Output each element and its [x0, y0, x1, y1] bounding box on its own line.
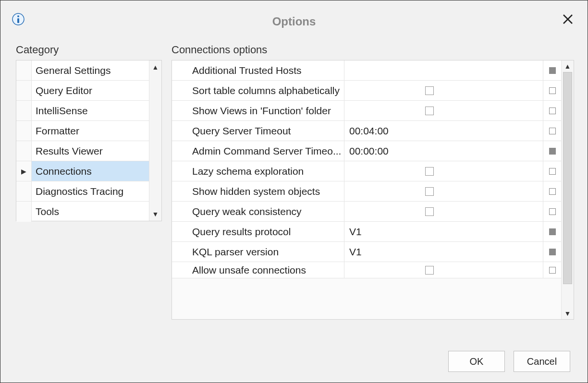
option-value-cell[interactable]: [344, 202, 543, 221]
reset-indicator[interactable]: [543, 222, 561, 241]
option-name: Show hidden system objects: [172, 181, 344, 201]
square-icon: [549, 67, 556, 74]
square-icon: [549, 168, 556, 175]
option-value-cell[interactable]: [344, 81, 543, 100]
dialog-title: Options: [0, 15, 588, 28]
close-button[interactable]: [563, 13, 573, 25]
close-icon: [563, 14, 573, 24]
option-row[interactable]: Lazy schema exploration: [172, 161, 561, 181]
category-item[interactable]: Results Viewer: [16, 141, 161, 161]
option-row[interactable]: Query Server Timeout00:04:00: [172, 121, 561, 141]
option-row[interactable]: KQL parser versionV1: [172, 242, 561, 262]
reset-indicator[interactable]: [543, 181, 561, 201]
option-name: Additional Trusted Hosts: [172, 60, 344, 80]
checkbox[interactable]: [425, 86, 434, 95]
description-panel: [172, 278, 561, 319]
reset-indicator[interactable]: [543, 121, 561, 141]
scrollbar-thumb[interactable]: [563, 72, 572, 284]
row-indicator-icon: ▶: [16, 161, 32, 181]
square-icon: [549, 148, 556, 155]
option-name: Allow unsafe connections: [172, 262, 344, 278]
ok-button[interactable]: OK: [448, 351, 505, 372]
option-value: 00:00:00: [349, 145, 389, 157]
option-value-cell[interactable]: [344, 161, 543, 181]
option-value-cell[interactable]: [344, 262, 543, 278]
category-label: Query Editor: [32, 85, 161, 96]
option-row[interactable]: Show hidden system objects: [172, 181, 561, 202]
option-value-cell[interactable]: V1: [344, 222, 543, 241]
option-value-cell[interactable]: [344, 101, 543, 120]
category-item[interactable]: ▶Connections: [16, 161, 161, 181]
checkbox[interactable]: [425, 187, 434, 196]
category-list: General SettingsQuery EditorIntelliSense…: [16, 60, 162, 221]
reset-indicator[interactable]: [543, 242, 561, 262]
option-row[interactable]: Show Views in 'Function' folder: [172, 101, 561, 121]
reset-indicator[interactable]: [543, 81, 561, 100]
square-icon: [549, 208, 556, 215]
category-item[interactable]: Query Editor: [16, 81, 161, 101]
option-value: V1: [349, 246, 362, 258]
checkbox[interactable]: [425, 107, 434, 115]
reset-indicator[interactable]: [543, 202, 561, 221]
square-icon: [549, 108, 556, 114]
option-row[interactable]: Query results protocolV1: [172, 222, 561, 242]
category-item[interactable]: Tools: [16, 202, 161, 222]
scroll-up-icon[interactable]: ▲: [152, 60, 159, 74]
category-item[interactable]: Diagnostics Tracing: [16, 181, 161, 202]
option-value-cell[interactable]: 00:00:00: [344, 141, 543, 161]
dialog-buttons: OK Cancel: [448, 351, 570, 372]
square-icon: [549, 228, 556, 235]
category-heading: Category: [16, 44, 162, 56]
scrollbar-track[interactable]: [563, 72, 572, 308]
option-name: Query weak consistency: [172, 202, 344, 221]
option-row[interactable]: Admin Command Server Timeo...00:00:00: [172, 141, 561, 161]
option-row[interactable]: Query weak consistency: [172, 202, 561, 222]
category-label: Results Viewer: [32, 145, 161, 157]
square-icon: [549, 87, 556, 94]
row-indicator-icon: [16, 202, 32, 222]
cancel-button[interactable]: Cancel: [514, 351, 570, 372]
category-item[interactable]: General Settings: [16, 60, 161, 81]
option-row[interactable]: Allow unsafe connections: [172, 262, 561, 278]
options-grid: Additional Trusted HostsSort table colum…: [172, 60, 574, 320]
option-value-cell[interactable]: [344, 60, 543, 80]
reset-indicator[interactable]: [543, 161, 561, 181]
checkbox[interactable]: [425, 167, 434, 176]
checkbox[interactable]: [425, 266, 434, 275]
options-dialog: Options Category General SettingsQuery E…: [0, 0, 588, 383]
option-name: KQL parser version: [172, 242, 344, 262]
category-item[interactable]: Formatter: [16, 121, 161, 141]
category-item[interactable]: IntelliSense: [16, 101, 161, 121]
scroll-up-icon[interactable]: ▲: [562, 60, 574, 72]
category-label: Tools: [32, 206, 161, 217]
title-bar: Options: [0, 0, 588, 29]
reset-indicator[interactable]: [543, 101, 561, 120]
option-value-cell[interactable]: 00:04:00: [344, 121, 543, 141]
category-label: Connections: [32, 166, 161, 177]
reset-indicator[interactable]: [543, 141, 561, 161]
square-icon: [549, 249, 556, 255]
option-name: Sort table columns alphabetically: [172, 81, 344, 100]
category-label: IntelliSense: [32, 105, 161, 117]
option-value-cell[interactable]: V1: [344, 242, 543, 262]
category-scrollbar[interactable]: ▲ ▼: [149, 60, 161, 221]
checkbox[interactable]: [425, 207, 434, 216]
row-indicator-icon: [16, 141, 32, 161]
option-row[interactable]: Additional Trusted Hosts: [172, 60, 561, 81]
option-name: Admin Command Server Timeo...: [172, 141, 344, 161]
option-value: V1: [349, 226, 362, 238]
square-icon: [549, 128, 556, 134]
reset-indicator[interactable]: [543, 60, 561, 80]
row-indicator-icon: [16, 121, 32, 141]
reset-indicator[interactable]: [543, 262, 561, 278]
scroll-down-icon[interactable]: ▼: [562, 308, 574, 319]
option-value-cell[interactable]: [344, 181, 543, 201]
scroll-down-icon[interactable]: ▼: [152, 207, 159, 221]
grid-scrollbar[interactable]: ▲ ▼: [561, 60, 574, 319]
option-name: Query results protocol: [172, 222, 344, 241]
option-name: Lazy schema exploration: [172, 161, 344, 181]
square-icon: [549, 188, 556, 195]
option-row[interactable]: Sort table columns alphabetically: [172, 81, 561, 101]
row-indicator-icon: [16, 60, 32, 80]
option-value: 00:04:00: [349, 125, 389, 137]
